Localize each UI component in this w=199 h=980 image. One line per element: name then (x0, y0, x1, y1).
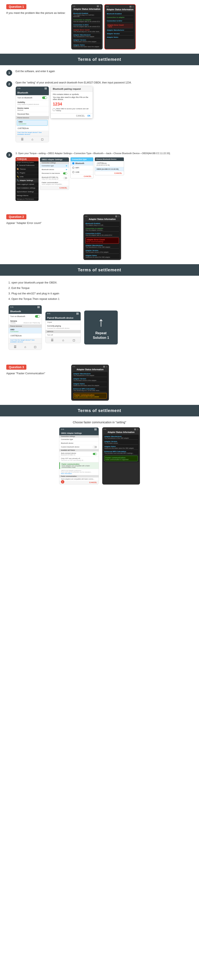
adapter-screen-1: 9:41▌▌ ⬛ Adapter Status Information Blue… (71, 4, 103, 49)
obd2-faster-cancel-btn[interactable]: CANCEL (59, 480, 99, 484)
bluetooth-settings-screen: 9:41▌▌ Bluetooth Turn on Bluetooth Visib… (16, 86, 49, 142)
torque-menu-item-obd2[interactable]: 🔧 Adapter Settings (16, 179, 38, 182)
obd2-reconnect-label: Reconnect to last device (42, 172, 60, 174)
intro-right: 9:41▌▌ ⬛ Adapter Status Information Blue… (71, 4, 193, 49)
q3-left: Question 3 Appear "Faster Communication" (6, 364, 67, 375)
bt-visibility-label: Visibility (17, 101, 47, 103)
pairing-ok-btn[interactable]: OK (87, 115, 90, 117)
terms2-item-4: 4. Open the Torque.Then repeat solution … (8, 296, 191, 302)
obd2-bt-device-row[interactable]: Bluetooth device ▶ (40, 168, 69, 172)
bt-turn-on-label: Turn on Bluetooth (17, 97, 32, 99)
torque-menu-item-prefs: ⚙ General Preferences (16, 164, 38, 167)
conn-type-wifi[interactable]: WiFi (71, 165, 93, 170)
intro-section: Question 1 If you meet the problem like … (0, 0, 199, 54)
q3-right: 9:41▌▌ ⬛ Adapter Status Information Adap… (71, 364, 193, 401)
bt-device-name-label: Device name (17, 107, 47, 109)
obd2-faster-comm-row[interactable]: Faster communication Some adapters are c… (40, 181, 69, 186)
paired-bt-screen: 9:41▌▌ Paired Bluetooth device Unpair Cu… (45, 312, 81, 343)
repeat-arrow-icon: ↑ (98, 315, 104, 329)
question3-section: Question 3 Appear "Faster Communication"… (0, 360, 199, 405)
obd2-settings-title: OBD2 Adapter Settings (40, 158, 69, 162)
obd2-faster-label: Faster communication (42, 181, 67, 183)
bt-visibility-hint: Only visible to paired devices (17, 103, 47, 105)
torque-main-screen: TORQUE Engine Monitoring System ⚙ Genera… (16, 157, 38, 201)
torque-menu-item-themes: 🎨 Themes (16, 167, 38, 171)
bt-devices-list: Choose Bluetooth Device 小米手机Euto [34:80:… (95, 157, 124, 175)
conn-type-bluetooth[interactable]: Bluetooth (71, 161, 93, 165)
bt-screen-terms2: 9:41▌▌ Bluetooth Turn on Bluetooth Senan… (8, 305, 42, 350)
terms2-images: 9:41▌▌ Bluetooth Turn on Bluetooth Senan… (8, 305, 191, 350)
step-1-content: Exit the software, and enter it again (16, 69, 193, 75)
obd2-reconnect-row[interactable]: Reconnect to last device (40, 172, 69, 175)
bt-devices-cancel-btn[interactable]: CANCEL (95, 171, 124, 175)
section-header-2: Terms of settlement (0, 264, 199, 276)
repeat-solution-box: ↑ RepeatSolution 1 (84, 310, 118, 345)
step-2-images: 9:41▌▌ Bluetooth Turn on Bluetooth Visib… (16, 86, 193, 142)
adapter-status-faster-screen: 9:41▌▌ ⬛ Adapter Status Information Adap… (102, 427, 140, 485)
question2-badge: Question 2 (6, 214, 26, 219)
question3-text: Appear "Faster Communication" (6, 371, 67, 375)
terms2-content: 1. open your bluetooth,unpair the OBDII.… (0, 276, 199, 354)
terms2-item-2: 2. Exit the Torque (8, 285, 191, 291)
step-3-content: 3. Open your Torque---setting---OBD2 Ada… (16, 151, 193, 201)
question1-badge: Question 1 (6, 4, 26, 9)
bt-device1-status: connected (19, 123, 46, 125)
conn-type-header: Connection type (71, 158, 93, 161)
step-1-num: 1 (6, 70, 12, 76)
obd2-conn-type-label: Connection type (42, 165, 65, 167)
obd2-auto-bt-label: Bluetooth BT/OBD On (42, 177, 58, 178)
section-header-1: Terms of settlement (0, 54, 199, 65)
bt-paired-label: Paired devices (16, 116, 49, 119)
adapter-screen-2: 9:41▌▌ ⬛ Adapter Status Information Blue… (104, 4, 136, 49)
conn-type-cancel-btn[interactable]: CANCEL (71, 175, 93, 178)
torque-menu-item-dash: Dash installation settings (16, 186, 38, 190)
steps-section: 1 Exit the software, and enter it again … (0, 65, 199, 210)
obd2-bt-device-label: Bluetooth device (42, 169, 65, 170)
step-3-num: 3 (6, 152, 12, 158)
adapter-screen-1-title: Adapter Status Information (73, 8, 101, 10)
intro-left: Question 1 If you meet the problem like … (6, 4, 67, 15)
bt-find-hint: Can't find the target device? See availa… (16, 130, 49, 136)
adapter-screen-q2: 9:41▌▌ ⬛ Adapter Status Information Blue… (84, 214, 121, 260)
obd2-faster-label2: Faster communication (62, 463, 97, 465)
torque-menu-item-data: Data Logging & Upload (16, 182, 38, 186)
obd2-auto-bt-row[interactable]: Bluetooth BT/OBD On Only if BT was alrea… (40, 175, 69, 181)
section-header-3: Terms of settlement (0, 405, 199, 417)
bt-devices-header: Choose Bluetooth Device (95, 158, 124, 161)
conn-type-usb[interactable]: USB (71, 170, 93, 175)
step-2-num: 2 (6, 81, 12, 87)
bt-device2: 小米手机Euto (16, 126, 49, 130)
bt-screen-title: Bluetooth (17, 91, 28, 94)
obd2-faster-hint2: Some adapters are compatible with a fast… (62, 465, 97, 468)
q2-right: 9:41▌▌ ⬛ Adapter Status Information Blue… (84, 214, 193, 260)
question2-text: Appear "Adapter Error count" (6, 221, 79, 225)
pairing-pin: 1234 (53, 102, 90, 107)
obd2-cancel-btn[interactable]: CANCEL (40, 186, 69, 190)
pairing-dialog-wrapper: Bluetooth pairing request PIN contains l… (51, 86, 93, 142)
terms2-item-3: 3. Plug out the elm327 and plug in it ag… (8, 291, 191, 296)
step-2-text: Open the "setting" of your android,and s… (16, 81, 193, 85)
step-3-screens: TORQUE Engine Monitoring System ⚙ Genera… (16, 157, 193, 201)
bt-received-files: Received files (17, 113, 47, 115)
repeat-solution-label: RepeatSolution 1 (93, 331, 109, 340)
bt-dev-item-1[interactable]: 小米手机Euto [34:80:B3:04:5E:5B] (95, 161, 124, 167)
terms3-text: Choose faster communication in "setting" (8, 421, 191, 424)
bt-dev-item-2[interactable]: OBDII [AA:BB:CC:11:22:33] (95, 167, 124, 171)
terms3-images: 9:41▌▌ OBD2 Adapter Settings Connection … (8, 427, 191, 485)
step-1-text: Exit the software, and enter it again (16, 69, 193, 73)
terms3-content: Choose faster communication in "setting"… (0, 417, 199, 489)
obd2-auto-bt-hint: Only if BT was already off (42, 178, 58, 180)
obd2-connection-type-row[interactable]: Connection type ▶ (40, 164, 69, 168)
torque-menu-item-manage: Manage Alarms (16, 194, 38, 197)
q2-left: Question 2 Appear "Adapter Error count" (6, 214, 79, 225)
obd2-faster-hint: Some adapters are compatible... (42, 183, 67, 185)
pairing-body1: PIN contains letters or symbols. (53, 93, 90, 95)
pairing-title: Bluetooth pairing request (51, 86, 93, 92)
obd2-settings-faster-screen: 9:41▌▌ OBD2 Adapter Settings Connection … (59, 427, 99, 485)
obd2-adapter-settings-screen: OBD2 Adapter Settings Connection setting… (40, 157, 69, 190)
step-3-row: 3 3. Open your Torque---setting---OBD2 A… (6, 151, 193, 201)
pairing-checkbox[interactable] (53, 108, 55, 111)
step-1-row: 1 Exit the software, and enter it again (6, 69, 193, 76)
torque-menu-item-speech: Speech/Alarm Settings (16, 190, 38, 194)
pairing-cancel-btn[interactable]: CANCEL (76, 115, 85, 117)
